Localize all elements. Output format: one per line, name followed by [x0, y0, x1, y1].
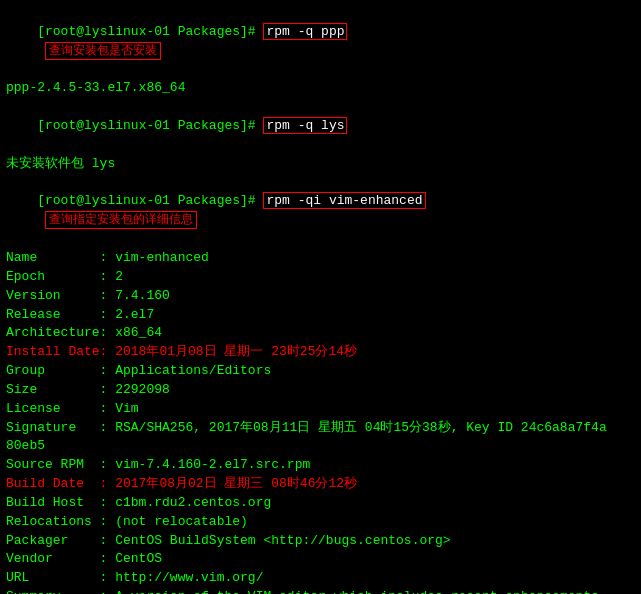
line-buildhost: Build Host : c1bm.rdu2.centos.org: [6, 494, 635, 513]
line-epoch: Epoch : 2: [6, 268, 635, 287]
line-version: Version : 7.4.160: [6, 287, 635, 306]
line-packager: Packager : CentOS BuildSystem <http://bu…: [6, 532, 635, 551]
line-release: Release : 2.el7: [6, 306, 635, 325]
line-reloc: Relocations : (not relocatable): [6, 513, 635, 532]
terminal-window: [root@lyslinux-01 Packages]# rpm -q ppp …: [0, 0, 641, 594]
line-vendor: Vendor : CentOS: [6, 550, 635, 569]
prompt-1: [root@lyslinux-01 Packages]#: [37, 24, 263, 39]
line-license: License : Vim: [6, 400, 635, 419]
line-sourcerpm: Source RPM : vim-7.4.160-2.el7.src.rpm: [6, 456, 635, 475]
line-name: Name : vim-enhanced: [6, 249, 635, 268]
prompt-5: [root@lyslinux-01 Packages]#: [37, 193, 263, 208]
line-url: URL : http://www.vim.org/: [6, 569, 635, 588]
line-group: Group : Applications/Editors: [6, 362, 635, 381]
line-installdate: Install Date: 2018年01月08日 星期一 23时25分14秒: [6, 343, 635, 362]
line-builddate: Build Date : 2017年08月02日 星期三 08时46分12秒: [6, 475, 635, 494]
cmd-5: rpm -qi vim-enhanced: [263, 192, 425, 209]
cmd-3: rpm -q lys: [263, 117, 347, 134]
line-size: Size : 2292098: [6, 381, 635, 400]
line-signature2: 80eb5: [6, 437, 635, 456]
line-arch: Architecture: x86_64: [6, 324, 635, 343]
annotation-1: 查询安装包是否安装: [45, 42, 161, 60]
prompt-3: [root@lyslinux-01 Packages]#: [37, 118, 263, 133]
line-2: ppp-2.4.5-33.el7.x86_64: [6, 79, 635, 98]
line-summary: Summary : A version of the VIM editor wh…: [6, 588, 635, 594]
line-3: [root@lyslinux-01 Packages]# rpm -q lys: [6, 98, 635, 155]
cmd-1: rpm -q ppp: [263, 23, 347, 40]
line-signature: Signature : RSA/SHA256, 2017年08月11日 星期五 …: [6, 419, 635, 438]
line-4: 未安装软件包 lys: [6, 155, 635, 174]
line-5: [root@lyslinux-01 Packages]# rpm -qi vim…: [6, 174, 635, 249]
line-1: [root@lyslinux-01 Packages]# rpm -q ppp …: [6, 4, 635, 79]
annotation-5: 查询指定安装包的详细信息: [45, 211, 197, 229]
